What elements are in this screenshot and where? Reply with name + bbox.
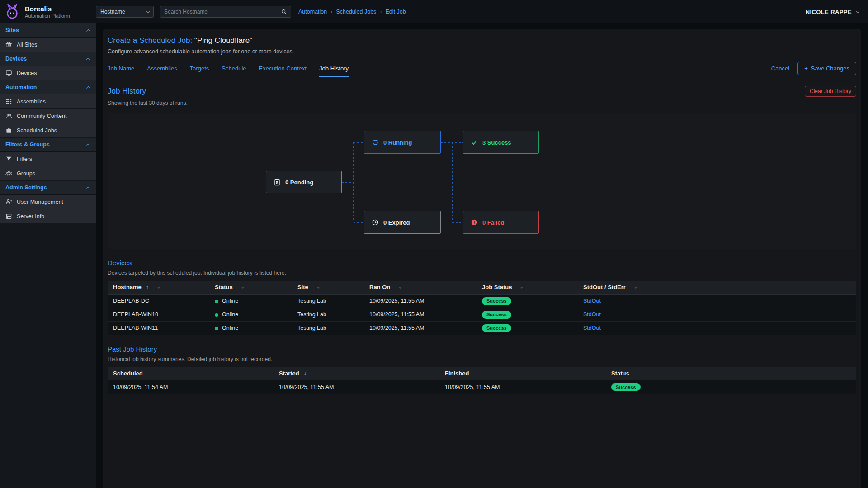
col-header-job-status[interactable]: Job Status [476,281,578,294]
column-filter-icon[interactable] [633,285,638,290]
tab-execution-context[interactable]: Execution Context [259,65,307,77]
sidebar-item-label: Filters [17,156,32,162]
groups-icon [5,170,12,177]
tab-targets[interactable]: Targets [190,65,209,77]
breadcrumb-automation[interactable]: Automation [298,9,327,15]
breadcrumb-separator: › [330,9,332,15]
breadcrumb: Automation › Scheduled Jobs › Edit Job [298,9,406,15]
chevron-up-icon [86,143,90,147]
status-badge: Success [482,297,511,305]
sites-icon [5,41,12,48]
col-label: Finished [445,370,469,377]
page-title-prefix: Create a Scheduled Job: [108,36,192,45]
device-row[interactable]: DEEPLAB-WIN10 Online Testing Lab 10/09/2… [108,308,856,321]
state-label: 0 Running [383,139,412,146]
tabs-row: Job Name Assemblies Targets Schedule Exe… [108,62,856,77]
sidebar-section-automation[interactable]: Automation [0,80,96,94]
col-header-started[interactable]: Started ↓ [274,367,439,380]
tab-schedule[interactable]: Schedule [222,65,246,77]
tabs: Job Name Assemblies Targets Schedule Exe… [108,65,349,77]
sidebar-section-sites[interactable]: Sites [0,23,96,38]
job-history-header: Job History Clear Job History [108,86,856,97]
user-management-icon [5,198,12,205]
sidebar-item-groups[interactable]: Groups [0,166,96,181]
breadcrumb-edit-job[interactable]: Edit Job [386,9,406,15]
col-header-ran-on[interactable]: Ran On [364,281,476,294]
section-label: Sites [5,27,19,33]
device-row[interactable]: DEEPLAB-WIN11 Online Testing Lab 10/09/2… [108,321,856,335]
status-text: Online [222,325,238,331]
cell-site: Testing Lab [292,294,364,308]
state-label: 0 Expired [383,219,410,226]
sidebar-section-devices[interactable]: Devices [0,52,96,66]
stdout-link[interactable]: StdOut [583,298,601,304]
column-filter-icon[interactable] [316,285,321,290]
search-input[interactable] [164,9,281,15]
cell-status: Online [209,321,292,335]
tab-job-name[interactable]: Job Name [108,65,134,77]
sidebar-section-admin-settings[interactable]: Admin Settings [0,181,96,195]
col-header-finished[interactable]: Finished [439,367,606,380]
col-header-status[interactable]: Status [209,281,292,294]
status-text: Online [222,311,238,318]
status-badge: Success [482,311,511,319]
sidebar-item-server-info[interactable]: Server Info [0,209,96,224]
user-menu[interactable]: NICOLE RAPPE [806,9,859,15]
state-box-success[interactable]: 3 Success [463,131,539,154]
tab-job-history[interactable]: Job History [319,65,349,77]
sidebar-item-devices[interactable]: Devices [0,66,96,80]
tab-assemblies[interactable]: Assemblies [147,65,177,77]
col-header-hostname[interactable]: Hostname ↑ [108,281,209,294]
online-dot [215,313,218,317]
sidebar-item-assemblies[interactable]: Assemblies [0,94,96,109]
section-label: Automation [5,84,37,90]
devices-table-header-row: Hostname ↑ Status Site Ran On [108,281,856,294]
column-filter-icon[interactable] [397,285,403,290]
state-box-expired[interactable]: 0 Expired [364,211,441,234]
sidebar-item-filters[interactable]: Filters [0,152,96,166]
success-icon [471,139,478,146]
hostname-select[interactable]: Hostname [96,6,154,18]
sidebar-item-label: User Management [17,199,63,205]
save-changes-button[interactable]: + Save Changes [797,62,856,75]
top-bar: Borealis Automation Platform Hostname Au… [0,0,868,23]
device-row[interactable]: DEEPLAB-DC Online Testing Lab 10/09/2025… [108,294,856,308]
cell-job-status: Success [476,321,578,335]
sidebar-item-all-sites[interactable]: All Sites [0,38,96,52]
section-label: Devices [5,56,27,62]
col-header-site[interactable]: Site [292,281,364,294]
sidebar-item-scheduled-jobs[interactable]: Scheduled Jobs [0,123,96,138]
past-history-subtitle: Historical job history summaries. Detail… [108,356,856,362]
cell-hostname: DEEPLAB-WIN11 [108,321,209,335]
state-box-pending[interactable]: 0 Pending [266,171,342,193]
stdout-link[interactable]: StdOut [583,325,601,331]
online-dot [215,327,218,330]
chevron-up-icon [86,186,90,190]
stdout-link[interactable]: StdOut [583,311,601,318]
sidebar-section-filters-groups[interactable]: Filters & Groups [0,138,96,152]
cell-stdout: StdOut [578,308,856,321]
page-subtitle: Configure advanced schedulable automatio… [108,48,856,55]
chevron-up-icon [86,57,90,61]
column-filter-icon[interactable] [156,285,161,290]
col-header-scheduled[interactable]: Scheduled [108,367,274,380]
col-header-status[interactable]: Status [606,367,856,380]
search-icon[interactable] [281,9,287,15]
col-header-stdout[interactable]: StdOut / StdErr [578,281,856,294]
cancel-button[interactable]: Cancel [771,65,789,72]
status-badge: Success [482,324,511,332]
content-card: Create a Scheduled Job: "Ping Cloudflare… [103,29,861,488]
sidebar-item-user-management[interactable]: User Management [0,195,96,209]
cell-finished: 10/09/2025, 11:55 AM [439,380,606,394]
cell-hostname: DEEPLAB-DC [108,294,209,308]
state-box-running[interactable]: 0 Running [364,131,441,154]
breadcrumb-scheduled-jobs[interactable]: Scheduled Jobs [336,9,376,15]
chevron-up-icon [86,29,90,33]
state-box-failed[interactable]: 0 Failed [463,211,539,234]
cell-status: Online [209,294,292,308]
column-filter-icon[interactable] [519,285,524,290]
column-filter-icon[interactable] [240,285,245,290]
clear-job-history-button[interactable]: Clear Job History [805,86,856,97]
past-history-row[interactable]: 10/09/2025, 11:54 AM 10/09/2025, 11:55 A… [108,380,856,394]
sidebar-item-community-content[interactable]: Community Content [0,109,96,123]
